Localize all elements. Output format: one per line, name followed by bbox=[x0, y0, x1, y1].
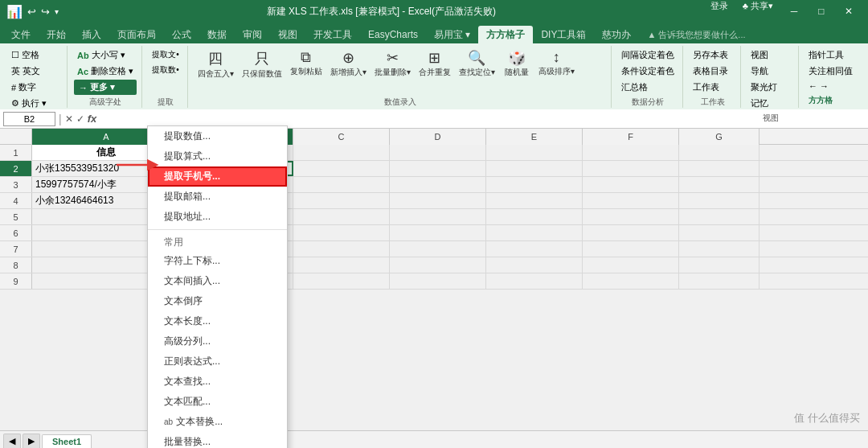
tab-cigong[interactable]: 慈功办 bbox=[594, 26, 639, 43]
tab-easycharts[interactable]: EasyCharts bbox=[360, 26, 426, 43]
name-box[interactable] bbox=[3, 112, 55, 126]
quick-access-btn[interactable]: ▾ bbox=[55, 7, 59, 16]
cell-c1[interactable] bbox=[293, 145, 390, 160]
minimize-btn[interactable]: ─ bbox=[781, 0, 807, 23]
btn-fangfangezi[interactable]: ← → bbox=[805, 80, 856, 92]
btn-new-insert[interactable]: ⊕ 新增插入▾ bbox=[327, 47, 370, 79]
confirm-formula-icon[interactable]: ✓ bbox=[76, 113, 84, 125]
cell-g5[interactable] bbox=[679, 209, 760, 224]
sheet-tab-nav-left[interactable]: ◀ bbox=[3, 434, 21, 448]
cell-g4[interactable] bbox=[679, 193, 760, 208]
cancel-formula-icon[interactable]: ✕ bbox=[65, 113, 73, 125]
menu-item-extract-address[interactable]: 提取地址... bbox=[148, 207, 287, 227]
btn-spotlight[interactable]: 聚光灯 bbox=[747, 80, 780, 95]
cell-e5[interactable] bbox=[486, 209, 583, 224]
cell-g2[interactable] bbox=[679, 161, 760, 176]
tab-view[interactable]: 视图 bbox=[270, 26, 305, 43]
sheet-tab-sheet1[interactable]: Sheet1 bbox=[42, 434, 92, 448]
cell-e1[interactable] bbox=[486, 145, 583, 160]
btn-case[interactable]: Ab 大小写 ▾ bbox=[74, 47, 137, 63]
cell-d8[interactable] bbox=[390, 257, 486, 273]
cell-d4[interactable] bbox=[390, 193, 486, 208]
cell-g7[interactable] bbox=[679, 241, 760, 257]
cell-g3[interactable] bbox=[679, 177, 760, 192]
sheet-tab-nav-right[interactable]: ▶ bbox=[23, 434, 40, 448]
btn-del-space[interactable]: Ac 删除空格 ▾ bbox=[74, 64, 137, 79]
btn-nav[interactable]: 导航 bbox=[747, 64, 780, 79]
btn-sort[interactable]: ↕ 高级排序▾ bbox=[535, 47, 578, 78]
cell-g1[interactable] bbox=[679, 145, 760, 160]
cell-f4[interactable] bbox=[583, 193, 679, 208]
cell-f6[interactable] bbox=[583, 225, 679, 240]
menu-item-extract-value[interactable]: 提取数值... bbox=[148, 126, 287, 146]
redo-btn[interactable]: ↪ bbox=[41, 6, 50, 18]
btn-interval-color[interactable]: 间隔设定着色 bbox=[618, 47, 678, 63]
btn-cond-color[interactable]: 条件设定着色 bbox=[618, 64, 678, 79]
btn-batch-del[interactable]: ✂ 批量删除▾ bbox=[371, 47, 414, 79]
tab-formula[interactable]: 公式 bbox=[164, 26, 199, 43]
cell-g6[interactable] bbox=[679, 225, 760, 240]
btn-keep-num[interactable]: 只 只保留数值 bbox=[239, 47, 285, 80]
cell-d3[interactable] bbox=[390, 177, 486, 192]
btn-round[interactable]: 四 四舍五入▾ bbox=[194, 47, 237, 80]
btn-copy-paste[interactable]: ⧉ 复制粘贴 bbox=[287, 47, 326, 78]
btn-stats[interactable]: 汇总格 bbox=[618, 80, 678, 95]
menu-item-text-insert[interactable]: 文本间插入... bbox=[148, 271, 287, 291]
close-btn[interactable]: ✕ bbox=[836, 0, 862, 23]
menu-item-text-length[interactable]: 文本长度... bbox=[148, 311, 287, 331]
btn-space[interactable]: ☐ 空格 bbox=[8, 47, 50, 63]
undo-btn[interactable]: ↩ bbox=[27, 6, 36, 18]
btn-extract-text[interactable]: 提取文• bbox=[149, 47, 182, 62]
cell-f2[interactable] bbox=[583, 161, 679, 176]
share-btn[interactable]: ♣ 共享▾ bbox=[736, 0, 780, 23]
cell-c5[interactable] bbox=[293, 209, 390, 224]
login-btn[interactable]: 登录 bbox=[704, 0, 735, 23]
tab-developer[interactable]: 开发工具 bbox=[305, 26, 360, 43]
menu-item-extract-formula[interactable]: 提取算式... bbox=[148, 146, 287, 166]
cell-d5[interactable] bbox=[390, 209, 486, 224]
btn-view[interactable]: 视图 bbox=[747, 47, 780, 63]
menu-item-text-match[interactable]: 文本匹配... bbox=[148, 392, 287, 412]
cell-e8[interactable] bbox=[486, 257, 583, 273]
menu-item-text-replace[interactable]: ab 文本替换... bbox=[148, 412, 287, 432]
menu-item-advanced-split[interactable]: 高级分列... bbox=[148, 331, 287, 351]
menu-item-extract-phone[interactable]: 提取手机号... bbox=[148, 166, 287, 187]
btn-memory[interactable]: 记忆 bbox=[747, 96, 780, 111]
menu-item-extract-email[interactable]: 提取邮箱... bbox=[148, 187, 287, 207]
btn-pointer-tool[interactable]: 指针工具 bbox=[805, 47, 856, 63]
cell-e3[interactable] bbox=[486, 177, 583, 192]
menu-item-batch-replace[interactable]: 批量替换... bbox=[148, 432, 287, 448]
col-header-f[interactable]: F bbox=[583, 129, 679, 145]
cell-e7[interactable] bbox=[486, 241, 583, 257]
cell-d9[interactable] bbox=[390, 273, 486, 289]
cell-c2[interactable] bbox=[293, 161, 390, 176]
tab-fangfangezi[interactable]: 方方格子 bbox=[478, 26, 533, 43]
col-header-g[interactable]: G bbox=[679, 129, 760, 145]
cell-e2[interactable] bbox=[486, 161, 583, 176]
btn-worksheet[interactable]: 工作表 bbox=[690, 80, 731, 95]
btn-english[interactable]: 英 英文 bbox=[8, 64, 50, 79]
cell-c7[interactable] bbox=[293, 241, 390, 257]
btn-random[interactable]: 🎲 随机量 bbox=[500, 47, 534, 79]
cell-e6[interactable] bbox=[486, 225, 583, 240]
cell-f1[interactable] bbox=[583, 145, 679, 160]
tab-home[interactable]: 开始 bbox=[39, 26, 74, 43]
btn-more[interactable]: → 更多 ▾ bbox=[74, 80, 137, 95]
cell-e9[interactable] bbox=[486, 273, 583, 289]
btn-number[interactable]: # 数字 bbox=[8, 80, 50, 95]
tab-insert[interactable]: 插入 bbox=[74, 26, 109, 43]
tab-diy[interactable]: DIY工具箱 bbox=[533, 26, 594, 43]
col-header-e[interactable]: E bbox=[486, 129, 583, 145]
cell-e4[interactable] bbox=[486, 193, 583, 208]
menu-item-text-reverse[interactable]: 文本倒序 bbox=[148, 291, 287, 311]
menu-item-superscript[interactable]: 字符上下标... bbox=[148, 251, 287, 271]
cell-c8[interactable] bbox=[293, 257, 390, 273]
tab-easytool[interactable]: 易用宝 ▾ bbox=[426, 26, 478, 43]
btn-extract-num[interactable]: 提取数• bbox=[149, 63, 182, 77]
btn-table-toc[interactable]: 表格目录 bbox=[690, 64, 731, 79]
menu-item-regex[interactable]: 正则表达式... bbox=[148, 351, 287, 372]
cell-f7[interactable] bbox=[583, 241, 679, 257]
btn-focus-same[interactable]: 关注相同值 bbox=[805, 64, 856, 79]
menu-item-text-find[interactable]: 文本查找... bbox=[148, 372, 287, 392]
btn-find[interactable]: 🔍 查找定位▾ bbox=[456, 47, 498, 79]
